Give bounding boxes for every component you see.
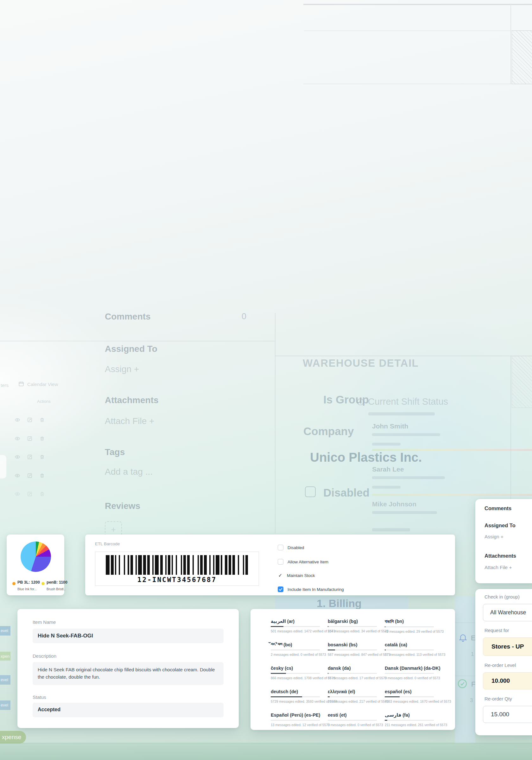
checkmark-icon: ✓	[278, 573, 283, 578]
item-details-card: Item Name Hide N Seek-FAB-OGI Descriptio…	[18, 609, 239, 728]
language-progress	[385, 720, 434, 721]
language-name: فارسی (fa)	[385, 712, 434, 718]
unchecked-checkbox-icon[interactable]	[278, 545, 283, 550]
unchecked-checkbox-icon[interactable]	[278, 559, 283, 565]
legend-dot-1	[12, 582, 16, 585]
strip-divider-1	[455, 623, 475, 623]
status-field[interactable]: Accepted	[33, 703, 223, 717]
top-table-border	[303, 4, 532, 5]
mid-column-line	[275, 313, 275, 533]
reorder-qty-input[interactable]: 15.000	[483, 706, 532, 723]
expense-pill-button[interactable]: xpense	[0, 731, 26, 743]
action-icons-row	[15, 454, 45, 461]
check-in-group-value: All Warehouse	[483, 609, 526, 616]
strip-num-2: 3	[470, 697, 473, 704]
checked-checkbox-icon[interactable]	[278, 587, 283, 592]
language-progress	[385, 626, 434, 627]
language-item[interactable]: العربية (ar) 501 messages edited. 1472 v…	[271, 619, 320, 633]
language-item[interactable]: فارسی (fa) 211 messages edited. 261 veri…	[385, 712, 434, 727]
flag-label: Maintain Stock	[287, 573, 315, 578]
barcode-field-label: ETL Barcode	[95, 542, 120, 546]
bell-icon	[458, 633, 468, 643]
description-label: Description	[33, 653, 56, 659]
language-name: česky (cs)	[271, 666, 320, 671]
language-progress	[271, 626, 320, 627]
sidebar-attachments-label: Attachments	[485, 553, 516, 559]
left-edge-tab	[0, 455, 6, 479]
language-item[interactable]: Español (Perú) (es-PE) 13 messages edite…	[271, 712, 320, 727]
workload-strip-2	[372, 494, 532, 496]
sidebar-comments-label: Comments	[485, 505, 511, 511]
flag-label: Allow Alternative Item	[288, 559, 328, 564]
tags-section-label: Tags	[105, 447, 125, 457]
flag-label: Disabled	[288, 545, 304, 550]
language-progress	[328, 720, 377, 721]
assign-link-faded: Assign +	[105, 364, 139, 374]
add-tag-placeholder: Add a tag ...	[105, 467, 153, 477]
assigned-to-section-label: Assigned To	[105, 344, 157, 354]
language-progress	[328, 626, 377, 627]
attachments-section-label: Attachments	[105, 395, 159, 405]
side-strip	[455, 596, 475, 743]
language-name: deutsch (de)	[271, 689, 320, 694]
cut-tag-blue-2: evel	[0, 675, 11, 685]
flag-allow-alternative-item[interactable]: Allow Alternative Item	[278, 559, 328, 565]
edit-icon	[27, 417, 32, 424]
language-item[interactable]: česky (cs) 866 messages edited. 1708 ver…	[271, 666, 320, 680]
legend-label-1: PB 3L: 1200	[18, 580, 40, 585]
reorder-level-value: 10.000	[483, 677, 510, 684]
sidebar-assign-link[interactable]: Assign +	[485, 534, 504, 540]
trash-icon	[40, 436, 45, 442]
language-item[interactable]: eesti (et) 0 messages edited. 0 verified…	[328, 712, 377, 727]
reorder-level-input[interactable]: 10.000	[483, 672, 532, 689]
action-icons-row	[15, 492, 45, 498]
language-item[interactable]: བོད་ཡིག (bo) 2 messages edited. 0 verifi…	[271, 642, 320, 656]
language-name: español (es)	[385, 689, 434, 694]
language-item[interactable]: català (ca) 37 messages edited. 113 veri…	[385, 642, 434, 656]
flag-disabled[interactable]: Disabled	[278, 545, 304, 550]
pie-chart	[21, 542, 51, 572]
language-name: বাঙালি (bn)	[385, 619, 434, 624]
language-item[interactable]: dansk (da) 87 messages edited. 17 verifi…	[328, 666, 377, 680]
language-item[interactable]: español (es) 4883 messages edited. 1670 …	[385, 689, 434, 703]
language-item[interactable]: Dansk (Danmark) (da-DK) 0 messages edite…	[385, 666, 434, 680]
top-table-row-line	[304, 30, 532, 31]
status-value: Accepted	[38, 707, 61, 712]
sidebar-attach-file-link[interactable]: Attach File +	[485, 565, 512, 570]
shift-subtext-bar	[368, 412, 435, 415]
person-name-3: Mike Johnson	[372, 500, 416, 508]
check-in-group-input[interactable]: All Warehouse	[483, 604, 532, 621]
description-field[interactable]: Hide N Seek FAB original chocolate chip …	[33, 662, 223, 685]
trash-icon	[40, 473, 45, 479]
language-item[interactable]: deutsch (de) 5729 messages edited. 3593 …	[271, 689, 320, 703]
request-for-input[interactable]: Stores - UP	[483, 638, 532, 656]
comments-count-badge: 0	[242, 311, 246, 321]
person-3-subtext-bar	[372, 511, 437, 514]
language-stats: 0 messages edited. 0 verified of 5573	[328, 723, 377, 727]
actions-column-header: Actions	[37, 399, 51, 404]
flag-maintain-stock[interactable]: ✓Maintain Stock	[278, 573, 315, 578]
left-section-line	[0, 341, 275, 341]
language-item[interactable]: bălgarski (bg) 234 messages edited. 34 v…	[328, 619, 377, 633]
language-item[interactable]: বাঙালি (bn) 45 messages edited. 29 verif…	[385, 619, 434, 633]
reorder-qty-label: Re-order Qty	[485, 696, 512, 701]
action-icons-row	[15, 473, 45, 479]
language-progress	[271, 673, 320, 674]
language-progress	[271, 649, 320, 650]
language-item[interactable]: bosanski (bs) 587 messages edited. 847 v…	[328, 642, 377, 656]
barcode-image	[106, 555, 248, 575]
language-item[interactable]: ελληνικά (el) 20 messages edited. 217 ve…	[328, 689, 377, 703]
attach-file-link-faded: Attach File +	[105, 416, 154, 426]
calendar-icon	[18, 381, 24, 388]
eye-icon	[15, 417, 20, 424]
eye-icon	[15, 492, 20, 498]
filters-label-cut: ters	[1, 383, 9, 388]
language-name: bosanski (bs)	[328, 642, 377, 647]
flag-include-item-in-manufacturing[interactable]: Include Item In Manufacturing	[278, 587, 344, 592]
clock-icon	[356, 398, 364, 407]
disabled-label: Disabled	[323, 486, 369, 499]
request-for-value: Stores - UP	[483, 643, 524, 650]
right-sidebar-panel: Comments Assigned To Assign + Attachment…	[475, 499, 532, 583]
edit-icon	[27, 473, 32, 479]
item-name-field[interactable]: Hide N Seek-FAB-OGI	[33, 629, 223, 643]
